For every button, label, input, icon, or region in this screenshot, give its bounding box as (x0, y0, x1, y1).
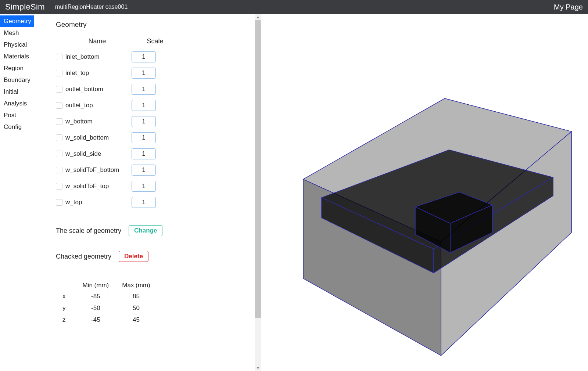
row-scale-input[interactable]: 1 (132, 181, 156, 192)
row-checkbox[interactable] (56, 102, 62, 109)
bbox-table: Min (mm) Max (mm) x -85 85 y -50 50 z (56, 280, 157, 326)
bbox-x-axis: x (56, 291, 76, 302)
row-name: w_top (65, 199, 132, 206)
row-name: inlet_bottom (65, 53, 132, 61)
row-name: w_solidToF_bottom (65, 166, 132, 174)
sidebar-item-materials[interactable]: Materials (0, 51, 34, 62)
app-brand: SimpleSim (5, 2, 45, 12)
geometry-row: w_solid_bottom1 (56, 130, 239, 146)
row-checkbox[interactable] (56, 199, 62, 206)
project-name: multiRegionHeater case001 (55, 4, 128, 10)
geometry-row: outlet_bottom1 (56, 81, 239, 97)
sidebar: Geometry Mesh Physical Materials Region … (0, 14, 34, 371)
bbox-y-axis: y (56, 302, 76, 314)
sidebar-item-initial[interactable]: Initial (0, 86, 34, 98)
row-scale-input[interactable]: 1 (132, 100, 156, 111)
row-scale-input[interactable]: 1 (132, 165, 156, 176)
sidebar-item-geometry[interactable]: Geometry (0, 15, 34, 27)
3d-viewport[interactable] (261, 14, 588, 371)
top-bar: SimpleSim multiRegionHeater case001 My P… (0, 0, 588, 14)
row-checkbox[interactable] (56, 70, 62, 76)
row-name: outlet_top (65, 102, 132, 109)
row-name: w_bottom (65, 118, 132, 125)
geometry-row: inlet_top1 (56, 65, 239, 81)
geometry-row: w_top1 (56, 194, 239, 210)
row-scale-input[interactable]: 1 (132, 51, 156, 62)
row-name: outlet_bottom (65, 86, 132, 93)
bbox-y-min: -50 (76, 302, 116, 314)
row-checkbox[interactable] (56, 183, 62, 190)
geometry-row: inlet_bottom1 (56, 49, 239, 65)
row-checkbox[interactable] (56, 86, 62, 93)
scrollbar-thumb[interactable] (255, 20, 261, 318)
col-scale-header: Scale (131, 37, 179, 45)
geometry-row: w_solidToF_bottom1 (56, 162, 239, 178)
checked-label: Chacked geometry (56, 253, 111, 260)
sidebar-item-boundary[interactable]: Boundary (0, 74, 34, 86)
panel-title: Geometry (56, 21, 239, 29)
geometry-row: w_solidToF_top1 (56, 178, 239, 194)
row-scale-input[interactable]: 1 (132, 148, 156, 159)
col-name-header: Name (63, 37, 131, 45)
geometry-row: outlet_top1 (56, 97, 239, 114)
row-scale-input[interactable]: 1 (132, 68, 156, 79)
scroll-up-icon[interactable] (255, 14, 261, 20)
geometry-table-header: Name Scale (63, 37, 239, 45)
bbox-y-max: 50 (115, 302, 157, 314)
row-checkbox[interactable] (56, 151, 62, 157)
sidebar-item-mesh[interactable]: Mesh (0, 27, 34, 39)
change-button[interactable]: Change (129, 225, 162, 236)
row-name: w_solid_side (65, 150, 132, 158)
row-scale-input[interactable]: 1 (132, 132, 156, 143)
row-checkbox[interactable] (56, 167, 62, 173)
bbox-z-max: 45 (115, 314, 157, 326)
sidebar-item-analysis[interactable]: Analysis (0, 98, 34, 109)
row-name: inlet_top (65, 69, 132, 77)
bbox-x-max: 85 (115, 291, 157, 302)
scale-label: The scale of geometry (56, 227, 121, 235)
geometry-row: w_solid_side1 (56, 146, 239, 162)
scroll-down-icon[interactable] (255, 365, 261, 371)
bbox-x-min: -85 (76, 291, 116, 302)
row-name: w_solid_bottom (65, 134, 132, 141)
delete-button[interactable]: Delete (119, 251, 148, 262)
bbox-min-header: Min (mm) (76, 280, 116, 291)
sidebar-item-region[interactable]: Region (0, 62, 34, 74)
row-checkbox[interactable] (56, 134, 62, 141)
sidebar-item-post[interactable]: Post (0, 109, 34, 121)
geometry-row: w_bottom1 (56, 114, 239, 130)
mypage-link[interactable]: My Page (554, 3, 583, 11)
geometry-panel: Geometry Name Scale inlet_bottom1inlet_t… (34, 14, 261, 371)
bbox-max-header: Max (mm) (115, 280, 157, 291)
row-scale-input[interactable]: 1 (132, 197, 156, 208)
row-name: w_solidToF_top (65, 183, 132, 190)
row-checkbox[interactable] (56, 54, 62, 60)
bbox-z-axis: z (56, 314, 76, 326)
sidebar-item-physical[interactable]: Physical (0, 39, 34, 51)
bbox-z-min: -45 (76, 314, 116, 326)
row-scale-input[interactable]: 1 (132, 84, 156, 95)
row-checkbox[interactable] (56, 118, 62, 125)
row-scale-input[interactable]: 1 (132, 116, 156, 127)
sidebar-item-config[interactable]: Config (0, 121, 34, 133)
